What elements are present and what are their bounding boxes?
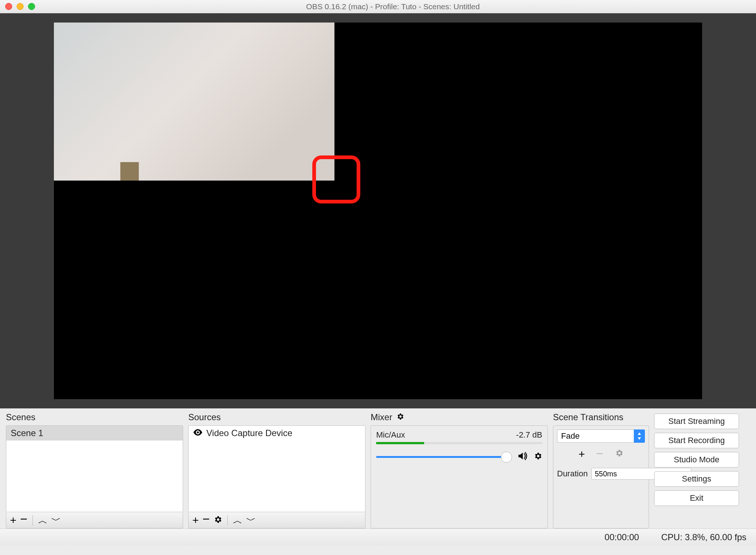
source-settings-button[interactable] — [213, 515, 222, 525]
mixer-channel-row: Mic/Aux -2.7 dB — [376, 430, 542, 440]
scenes-panel: Scenes Scene 1 + − ︿ ﹀ — [6, 412, 183, 528]
mixer-title-row: Mixer — [371, 412, 548, 422]
speaker-icon[interactable] — [517, 452, 528, 462]
transitions-box: Fade + − Duration ▴ ▾ — [553, 425, 649, 528]
preview-container[interactable] — [54, 23, 702, 399]
mixer-meter — [376, 442, 542, 444]
scenes-toolbar: + − ︿ ﹀ — [6, 512, 183, 528]
sources-list[interactable]: Video Capture Device — [188, 425, 365, 512]
status-bar: 00:00:00 CPU: 3.8%, 60.00 fps — [0, 528, 756, 545]
mixer-volume-slider[interactable] — [376, 456, 511, 458]
mixer-title: Mixer — [371, 412, 392, 422]
source-down-button[interactable]: ﹀ — [246, 515, 256, 525]
visibility-eye-icon[interactable] — [193, 428, 203, 438]
add-scene-button[interactable]: + — [10, 515, 17, 526]
mixer-settings-button[interactable] — [396, 412, 404, 422]
studio-mode-button[interactable]: Studio Mode — [654, 452, 739, 467]
transitions-title: Scene Transitions — [553, 412, 649, 422]
duration-row: Duration ▴ ▾ — [557, 468, 645, 480]
transition-buttons: + − — [557, 449, 645, 461]
mixer-channel-settings-button[interactable] — [533, 452, 542, 462]
transition-select-value: Fade — [557, 429, 634, 443]
scenes-list[interactable]: Scene 1 — [6, 425, 183, 512]
remove-scene-button[interactable]: − — [20, 513, 28, 525]
scene-down-button[interactable]: ﹀ — [51, 515, 61, 525]
sources-toolbar: + − ︿ ﹀ — [188, 512, 365, 528]
transitions-panel: Scene Transitions Fade + − Duration ▴ — [553, 412, 649, 528]
exit-button[interactable]: Exit — [654, 490, 739, 506]
window-titlebar: OBS 0.16.2 (mac) - Profile: Tuto - Scene… — [0, 0, 756, 13]
maximize-icon[interactable] — [28, 3, 35, 10]
transition-select[interactable]: Fade — [557, 429, 645, 443]
mixer-box: Mic/Aux -2.7 dB — [371, 425, 548, 528]
bottom-panels: Scenes Scene 1 + − ︿ ﹀ Sources Video Cap… — [0, 408, 756, 528]
window-title: OBS 0.16.2 (mac) - Profile: Tuto - Scene… — [35, 2, 751, 11]
add-transition-button[interactable]: + — [578, 449, 585, 461]
sources-title: Sources — [188, 412, 365, 422]
select-arrows-icon — [634, 429, 645, 443]
duration-label: Duration — [557, 469, 588, 479]
start-recording-button[interactable]: Start Recording — [654, 433, 739, 448]
add-source-button[interactable]: + — [192, 515, 199, 526]
scene-item[interactable]: Scene 1 — [6, 426, 183, 441]
remove-transition-button[interactable]: − — [596, 447, 604, 460]
mixer-channel-name: Mic/Aux — [376, 430, 405, 440]
status-time: 00:00:00 — [605, 532, 639, 542]
start-streaming-button[interactable]: Start Streaming — [654, 414, 739, 429]
source-item-label: Video Capture Device — [206, 428, 292, 438]
scene-up-button[interactable]: ︿ — [38, 515, 48, 525]
preview-area — [0, 13, 756, 408]
mixer-panel: Mixer Mic/Aux -2.7 dB — [371, 412, 548, 528]
minimize-icon[interactable] — [17, 3, 24, 10]
source-up-button[interactable]: ︿ — [233, 515, 243, 525]
source-item[interactable]: Video Capture Device — [189, 426, 365, 441]
scene-item-label: Scene 1 — [11, 428, 43, 438]
window-controls — [5, 3, 35, 10]
scenes-title: Scenes — [6, 412, 183, 422]
settings-button[interactable]: Settings — [654, 471, 739, 487]
svg-point-0 — [197, 431, 199, 433]
mixer-channel-level: -2.7 dB — [516, 430, 542, 440]
remove-source-button[interactable]: − — [203, 513, 210, 525]
sources-panel: Sources Video Capture Device + − ︿ ﹀ — [188, 412, 365, 528]
control-buttons: Start Streaming Start Recording Studio M… — [654, 412, 739, 528]
status-cpu: CPU: 3.8%, 60.00 fps — [661, 532, 746, 542]
close-icon[interactable] — [5, 3, 12, 10]
video-capture-source-preview[interactable] — [54, 23, 334, 181]
transition-settings-button[interactable] — [615, 449, 623, 461]
resize-handle-annotation — [312, 155, 360, 203]
mixer-slider-row — [376, 452, 542, 462]
